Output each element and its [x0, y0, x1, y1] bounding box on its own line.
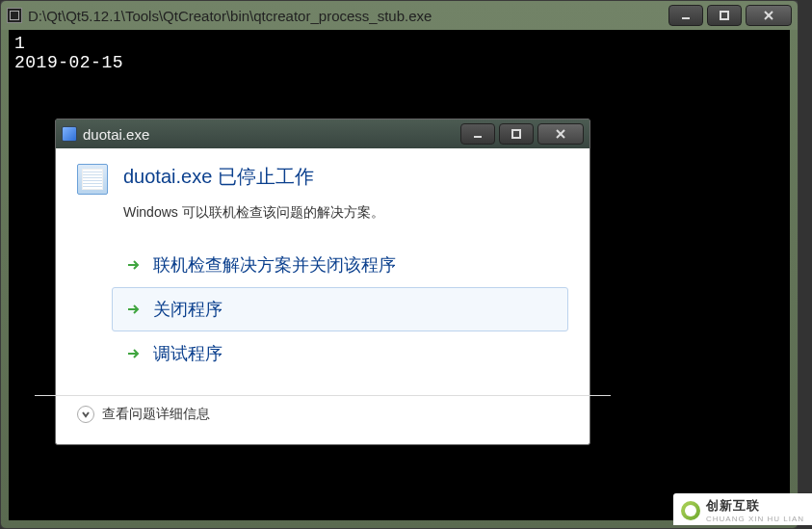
details-label: 查看问题详细信息	[102, 406, 210, 423]
dialog-headline-row: duotai.exe 已停止工作	[77, 164, 568, 195]
maximize-icon	[511, 128, 522, 140]
view-details[interactable]: 查看问题详细信息	[56, 396, 589, 423]
arrow-right-icon	[124, 345, 142, 362]
console-titlebar[interactable]: D:\Qt\Qt5.12.1\Tools\QtCreator\bin\qtcre…	[1, 1, 798, 30]
minimize-button[interactable]	[668, 5, 703, 26]
app-icon	[62, 126, 77, 142]
watermark-logo-icon	[681, 501, 700, 520]
svg-rect-1	[720, 12, 728, 19]
svg-rect-5	[512, 130, 520, 138]
crash-dialog: duotai.exe duotai.exe 已停止工作 Windows 可以联机…	[55, 119, 590, 445]
maximize-button[interactable]	[707, 5, 742, 26]
dialog-window-buttons	[460, 123, 584, 145]
action-label: 调试程序	[153, 342, 223, 365]
dialog-subtext: Windows 可以联机检查该问题的解决方案。	[123, 204, 568, 222]
close-button[interactable]	[537, 123, 584, 145]
maximize-button[interactable]	[499, 123, 534, 145]
close-icon	[555, 128, 566, 140]
action-check-online[interactable]: 联机检查解决方案并关闭该程序	[112, 243, 568, 287]
chevron-down-icon	[77, 406, 94, 423]
dialog-body: duotai.exe 已停止工作 Windows 可以联机检查该问题的解决方案。…	[56, 148, 589, 385]
action-label: 关闭程序	[153, 298, 223, 321]
console-title: D:\Qt\Qt5.12.1\Tools\QtCreator\bin\qtcre…	[28, 8, 663, 24]
watermark-cn: 创新互联	[706, 497, 804, 515]
dialog-title: duotai.exe	[83, 126, 455, 143]
window-buttons	[668, 5, 792, 26]
watermark-text: 创新互联 CHUANG XIN HU LIAN	[706, 497, 804, 523]
arrow-right-icon	[124, 301, 142, 318]
dialog-actions: 联机检查解决方案并关闭该程序 关闭程序 调试程序	[112, 243, 568, 376]
watermark-py: CHUANG XIN HU LIAN	[706, 515, 804, 523]
crashed-app-icon	[77, 164, 108, 195]
action-label: 联机检查解决方案并关闭该程序	[153, 253, 396, 277]
watermark: 创新互联 CHUANG XIN HU LIAN	[673, 493, 812, 525]
action-close-program[interactable]: 关闭程序	[112, 287, 568, 331]
console-line: 2019-02-15	[14, 53, 784, 72]
minimize-icon	[680, 10, 692, 21]
dialog-titlebar[interactable]: duotai.exe	[56, 119, 589, 148]
dialog-headline: duotai.exe 已停止工作	[123, 164, 314, 190]
app-icon	[7, 8, 22, 23]
close-icon	[763, 10, 774, 21]
minimize-icon	[472, 128, 484, 140]
minimize-button[interactable]	[460, 123, 495, 145]
arrow-right-icon	[124, 256, 142, 274]
maximize-icon	[719, 10, 730, 21]
console-line: 1	[14, 34, 784, 53]
action-debug-program[interactable]: 调试程序	[112, 331, 568, 376]
close-button[interactable]	[746, 5, 792, 26]
